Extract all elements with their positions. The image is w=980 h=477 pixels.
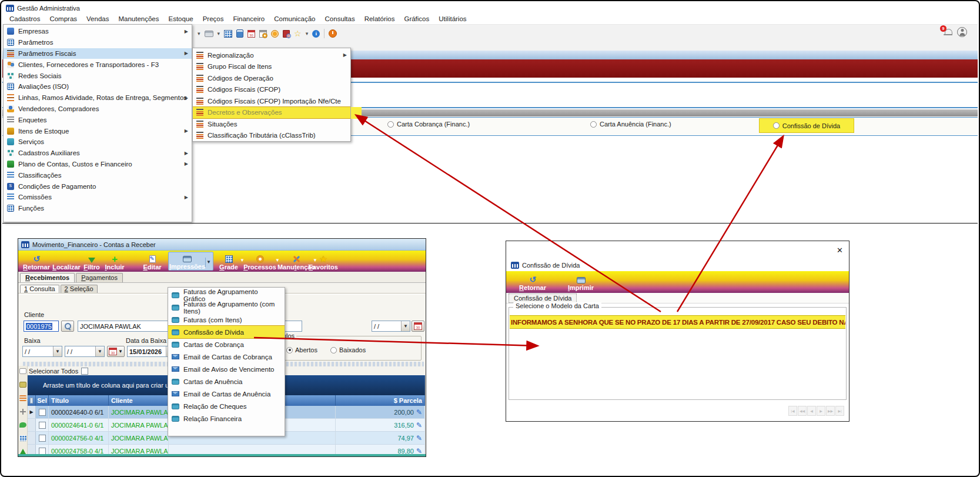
side-tool-icon[interactable] xyxy=(19,368,26,374)
toolbar-icon[interactable] xyxy=(271,30,279,38)
impressoes-menu-item[interactable]: Email de Aviso de Vencimento xyxy=(168,363,285,375)
tab[interactable]: Pagamentos xyxy=(76,273,123,282)
calendar-button[interactable]: 30 xyxy=(412,321,424,332)
impressoes-menu-item[interactable]: Confissão de Dívida xyxy=(168,326,285,338)
edit-pencil-icon[interactable]: ✎ xyxy=(416,421,422,429)
user-account-icon[interactable] xyxy=(957,27,967,37)
cadastros-menu-item[interactable]: Parâmetros Fiscais ▶ xyxy=(4,48,192,59)
chevron-down-icon[interactable]: ▼ xyxy=(401,321,410,331)
cadastros-menu-item[interactable]: Parâmetros ▶ xyxy=(4,37,192,48)
fiscais-submenu-item[interactable]: Situações ▶ xyxy=(193,118,350,130)
column-header-sel[interactable]: Sel xyxy=(36,395,49,406)
chevron-down-icon[interactable]: ▼ xyxy=(118,349,123,354)
dropdown-caret-icon[interactable]: ▼ xyxy=(205,258,212,267)
toolbar-icon[interactable] xyxy=(306,31,309,36)
menubar-item[interactable]: Estoque xyxy=(164,14,198,24)
edit-pencil-icon[interactable]: ✎ xyxy=(416,408,422,416)
cadastros-menu-item[interactable]: Vendedores, Compradores ▶ xyxy=(4,104,192,115)
fiscais-submenu-item[interactable]: Grupo Fiscal de Itens ▶ xyxy=(193,61,350,73)
toolbar-icon[interactable] xyxy=(218,31,220,36)
navigator-button[interactable]: ▶ xyxy=(817,406,825,416)
row-checkbox[interactable] xyxy=(39,448,46,455)
edit-pencil-icon[interactable]: ✎ xyxy=(416,447,422,455)
cadastros-menu-item[interactable]: Comissões ▶ xyxy=(4,192,192,203)
subtab[interactable]: 2 Seleção xyxy=(61,285,98,293)
toolbar-icon[interactable] xyxy=(205,31,213,37)
toolbar-button[interactable]: Retornar ▼ ▼ xyxy=(19,252,53,271)
toolbar-button[interactable]: Incluir ▼ ▼ xyxy=(101,252,128,271)
baixa-calendar-button[interactable]: 30 ▼ xyxy=(107,346,125,357)
report-model-radio[interactable]: Carta Anuência (Financ.) xyxy=(590,121,671,128)
column-header-cliente[interactable]: Cliente xyxy=(109,395,169,406)
toolbar-icon[interactable] xyxy=(312,30,320,38)
impressoes-menu-item[interactable]: Email de Cartas de Anuência xyxy=(168,388,285,400)
impressoes-menu-item[interactable]: Relação Financeira xyxy=(168,412,285,425)
menubar-item[interactable]: Cadastros xyxy=(5,14,45,24)
chevron-down-icon[interactable]: ▼ xyxy=(53,346,62,356)
fiscais-submenu-item[interactable]: Decretos e Observações ▶ xyxy=(193,107,350,119)
toolbar-button[interactable]: Favoritos ▼ ▼ xyxy=(306,252,340,271)
toolbar-button[interactable]: Filtro ▼ ▼ xyxy=(80,252,103,271)
cadastros-menu-item[interactable]: Itens de Estoque ▶ xyxy=(4,125,192,136)
impressoes-menu-item[interactable]: Faturas de Agrupamento (com Itens) xyxy=(168,301,285,313)
cadastros-menu-item[interactable]: Redes Sociais ▶ xyxy=(4,70,192,81)
toolbar-icon[interactable] xyxy=(247,30,255,38)
impressoes-menu-item[interactable]: Faturas (com Itens) xyxy=(168,313,285,326)
toolbar-icon[interactable] xyxy=(236,29,243,38)
baixa-date-to-combo[interactable]: / /▼ xyxy=(65,346,105,357)
side-tool-icon[interactable] xyxy=(19,395,26,401)
impressoes-menu-item[interactable]: Email de Cartas de Cobrança xyxy=(168,351,285,363)
cliente-search-button[interactable] xyxy=(61,321,74,332)
cadastros-menu-item[interactable]: Condições de Pagamento ▶ xyxy=(4,181,192,192)
toolbar-icon[interactable] xyxy=(324,29,325,38)
edit-pencil-icon[interactable]: ✎ xyxy=(416,434,422,442)
toolbar-button[interactable]: Processos ▼ ▼ xyxy=(242,252,278,271)
row-checkbox[interactable] xyxy=(39,409,46,416)
menubar-item[interactable]: Financeiro xyxy=(229,14,270,24)
toolbar-icon[interactable] xyxy=(198,31,200,36)
confissao-tab[interactable]: Confissão de Dívida xyxy=(509,293,577,303)
side-tool-icon[interactable] xyxy=(19,409,26,415)
navigator-button[interactable]: ◀ xyxy=(807,406,816,416)
report-model-radio[interactable]: Confissão de Dívida xyxy=(759,118,854,133)
cadastros-menu-item[interactable]: Funções ▶ xyxy=(4,203,192,214)
toolbar-button[interactable]: Editar ▼ ▼ xyxy=(135,252,170,271)
cadastros-menu-item[interactable]: Cadastros Auxiliares ▶ xyxy=(4,148,192,159)
row-checkbox[interactable] xyxy=(39,435,46,442)
report-model-radio[interactable]: Carta Cobrança (Financ.) xyxy=(387,121,470,128)
cadastros-menu-item[interactable]: Avaliações (ISO) ▶ xyxy=(4,81,192,92)
menubar-item[interactable]: Manutenções xyxy=(113,14,163,24)
radio-circle-icon[interactable] xyxy=(286,347,293,353)
bell-icon[interactable]: 9 xyxy=(944,28,952,36)
radio-circle-icon[interactable] xyxy=(773,122,780,129)
tab[interactable]: Recebimentos xyxy=(20,273,75,282)
toolbar-button[interactable]: Localizar ▼ ▼ xyxy=(51,252,82,271)
toolbar-icon[interactable] xyxy=(283,30,290,38)
menubar-item[interactable]: Consultas xyxy=(320,14,360,24)
fiscais-submenu-item[interactable]: Regionalização ▶ xyxy=(193,49,350,61)
toolbar-icon[interactable] xyxy=(294,29,302,38)
toolbar-button[interactable]: Retornar xyxy=(512,272,553,291)
menubar-item[interactable]: Utilitários xyxy=(434,14,471,24)
cadastros-menu-item[interactable]: Clientes, Fornecedores e Transportadores… xyxy=(4,59,192,70)
navigator-button[interactable]: ▶▶ xyxy=(826,406,835,416)
cadastros-menu-item[interactable]: Empresas ▶ xyxy=(4,26,192,37)
model-text-row[interactable]: INFORMAMOS A SENHORA QUE SE NO PRAZO DE … xyxy=(510,315,845,329)
navigator-button[interactable]: |◀ xyxy=(788,406,797,416)
side-tool-icon[interactable] xyxy=(20,449,26,454)
radio-circle-icon[interactable] xyxy=(590,121,597,128)
impressoes-menu-item[interactable]: Faturas de Agrupamento Gráfico xyxy=(168,289,285,301)
titulos-radio[interactable]: Baixados xyxy=(330,346,366,353)
cadastros-menu-item[interactable]: Serviços ▶ xyxy=(4,136,192,148)
fiscais-submenu-item[interactable]: Códigos Fiscais (CFOP) Importação Nfe/Ct… xyxy=(193,95,350,107)
menubar-item[interactable]: Compras xyxy=(45,14,82,24)
vencimento-date-combo[interactable]: / /▼ xyxy=(372,321,410,332)
table-row[interactable]: ▶ 0000024758-0 4/1 JOCIMARA PAWLAK 89,80… xyxy=(28,445,425,454)
close-icon[interactable]: ✕ xyxy=(837,246,843,255)
cadastros-menu-item[interactable]: Plano de Contas, Custos e Financeiro ▶ xyxy=(4,159,192,170)
impressoes-menu-item[interactable]: Cartas de Cobrança xyxy=(168,338,285,351)
impressoes-menu-item[interactable]: Relação de Cheques xyxy=(168,400,285,412)
fiscais-submenu-item[interactable]: Códigos de Operação ▶ xyxy=(193,72,350,84)
checkbox-icon[interactable] xyxy=(81,368,88,375)
toolbar-button[interactable]: Impressões ▼ ▼ xyxy=(168,252,213,271)
